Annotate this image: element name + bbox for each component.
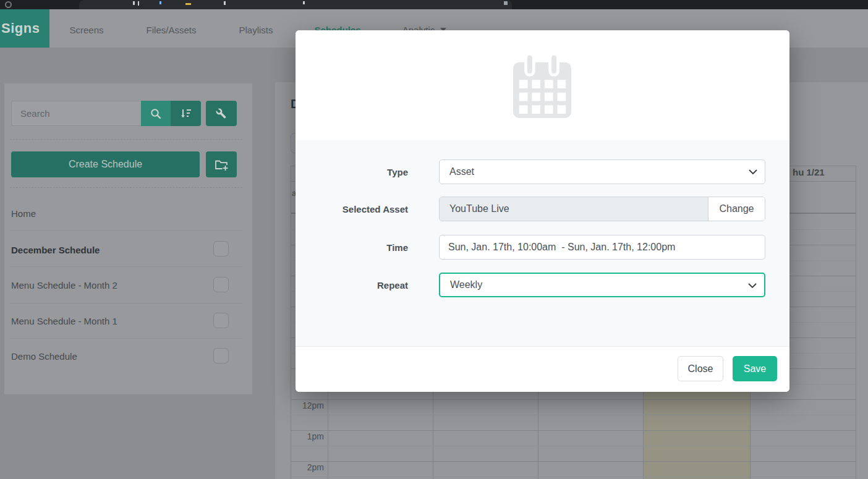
time-label: 2pm: [291, 462, 324, 472]
time-label-field: Time: [296, 242, 408, 253]
add-folder-button[interactable]: [206, 151, 237, 177]
type-label: Type: [296, 167, 408, 177]
time-range-input[interactable]: [439, 235, 765, 260]
divider: [10, 266, 242, 267]
tab-title-fragment: [185, 3, 191, 5]
type-select[interactable]: Asset: [439, 159, 765, 184]
day-column-header: hu 1/21: [793, 167, 825, 177]
grid-line: [291, 461, 856, 462]
sidebar-item-menu-schedule-month-2[interactable]: Menu Schedule - Month 2: [11, 280, 117, 290]
checkbox-december-schedule[interactable]: [213, 241, 229, 256]
selected-asset-group: YouTube Live Change: [439, 197, 765, 221]
settings-button[interactable]: [206, 101, 237, 126]
divider: [10, 338, 242, 339]
modal-header: [296, 30, 789, 140]
tab-title-fragment: [504, 1, 508, 5]
tab-title-fragment: [160, 1, 161, 4]
create-schedule-button[interactable]: Create Schedule: [11, 151, 200, 177]
sidebar-item-menu-schedule-month-1[interactable]: Menu Schedule - Month 1: [11, 316, 117, 326]
wrench-icon: [215, 108, 228, 120]
tab-files-assets[interactable]: Files/Assets: [147, 25, 197, 37]
repeat-select[interactable]: Weekly: [439, 273, 765, 297]
grid-line: [291, 430, 856, 431]
chevron-down-icon: [749, 169, 757, 175]
chevron-down-icon: [748, 283, 757, 289]
checkbox-demo-schedule[interactable]: [213, 348, 229, 363]
sidebar-item-december-schedule[interactable]: December Schedule: [11, 245, 100, 255]
grid-halfhour-line: [291, 477, 856, 477]
time-label: 12pm: [291, 401, 324, 410]
checkbox-menu-schedule-month-2[interactable]: [213, 277, 229, 292]
tab-screens[interactable]: Screens: [69, 25, 103, 37]
brand-logo[interactable]: Signs: [0, 9, 49, 48]
schedule-event-modal: Type Asset Selected Asset YouTube Live C…: [296, 30, 789, 392]
tab-title-fragment: [133, 1, 135, 5]
browser-tab[interactable]: [79, 0, 512, 9]
tab-title-fragment: [303, 1, 305, 4]
tab-title-fragment: [138, 1, 139, 6]
grid-line: [291, 399, 856, 400]
time-label: 1pm: [291, 431, 324, 441]
change-asset-button[interactable]: Change: [708, 197, 765, 221]
browser-favicon-icon: [5, 1, 12, 8]
search-button[interactable]: [141, 101, 171, 126]
checkbox-menu-schedule-month-1[interactable]: [213, 313, 229, 328]
browser-topbar: [0, 0, 868, 9]
divider: [10, 187, 242, 188]
tab-playlists[interactable]: Playlists: [239, 25, 273, 37]
divider: [10, 230, 242, 231]
sidebar-item-home[interactable]: Home: [11, 208, 36, 219]
close-button[interactable]: Close: [678, 356, 723, 381]
selected-asset-value: YouTube Live: [440, 197, 708, 221]
repeat-label: Repeat: [296, 280, 408, 290]
grid-halfhour-line: [291, 446, 856, 446]
folder-plus-icon: [215, 158, 229, 171]
save-button[interactable]: Save: [733, 356, 777, 381]
search-icon: [150, 108, 162, 120]
divider: [10, 139, 242, 140]
divider: [10, 303, 242, 303]
search-input[interactable]: [11, 101, 141, 126]
type-select-value: Asset: [449, 166, 474, 177]
repeat-select-value: Weekly: [450, 279, 482, 290]
sort-button[interactable]: [171, 101, 201, 126]
sidebar-item-demo-schedule[interactable]: Demo Schedule: [11, 351, 77, 362]
app-root: Signs Screens Files/Assets Playlists Sch…: [0, 0, 868, 479]
selected-asset-label: Selected Asset: [296, 204, 408, 214]
grid-halfhour-line: [291, 415, 856, 415]
calendar-icon: [513, 53, 571, 119]
sort-amount-down-icon: [180, 108, 192, 120]
tab-title-fragment: [224, 1, 226, 5]
